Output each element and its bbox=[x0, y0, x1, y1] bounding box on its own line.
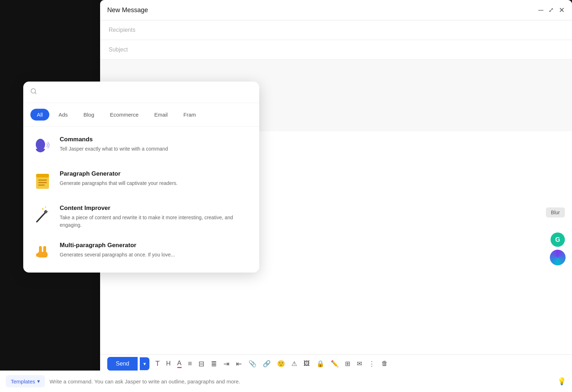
templates-popup: All Ads Blog Ecommerce Email Fram Com bbox=[23, 82, 259, 273]
content-improver-content: Content Improver Take a piece of content… bbox=[60, 205, 251, 229]
jasper-icon[interactable] bbox=[550, 250, 566, 265]
send-button[interactable]: Send bbox=[107, 357, 138, 371]
emoji-icon[interactable]: 🙂 bbox=[277, 360, 285, 368]
template-item-commands[interactable]: Commands Tell Jasper exactly what to wri… bbox=[23, 129, 259, 164]
svg-text:✦: ✦ bbox=[41, 207, 44, 211]
grammarly-icon[interactable]: G bbox=[551, 232, 565, 247]
svg-line-11 bbox=[37, 212, 45, 222]
commands-desc: Tell Jasper exactly what to write with a… bbox=[60, 145, 251, 153]
svg-text:✦: ✦ bbox=[44, 206, 47, 209]
multi-paragraph-title: Multi-paragraph Generator bbox=[60, 242, 251, 249]
email-header: New Message ─ ⤢ ✕ bbox=[100, 0, 572, 20]
mail-icon[interactable]: ✉ bbox=[357, 360, 362, 368]
template-item-paragraph[interactable]: Paragraph Generator Generate paragraphs … bbox=[23, 164, 259, 198]
list-icon[interactable]: ⊟ bbox=[198, 359, 204, 368]
category-all[interactable]: All bbox=[30, 109, 49, 121]
category-ecommerce[interactable]: Ecommerce bbox=[104, 109, 145, 121]
lock-icon[interactable]: 🔒 bbox=[316, 360, 324, 368]
templates-label: Templates bbox=[11, 378, 35, 384]
align-icon[interactable]: ≡ bbox=[188, 359, 192, 368]
indent-icon[interactable]: ⇥ bbox=[223, 359, 230, 368]
paragraph-title: Paragraph Generator bbox=[60, 170, 251, 177]
formatting-toolbar: T H A ≡ ⊟ ≣ ⇥ ⇤ 📎 🔗 🙂 ⚠ 🖼 🔒 ✏️ ⊞ ✉ ⋮ 🗑 bbox=[155, 359, 388, 368]
format-text-icon[interactable]: T bbox=[155, 359, 159, 368]
subject-field[interactable]: Subject bbox=[100, 40, 572, 60]
multi-paragraph-icon bbox=[32, 242, 53, 263]
table-icon[interactable]: ⊞ bbox=[345, 360, 350, 368]
numbered-list-icon[interactable]: ≣ bbox=[211, 359, 217, 368]
attachment-icon[interactable]: 📎 bbox=[248, 360, 256, 368]
commands-icon bbox=[32, 136, 53, 157]
category-email[interactable]: Email bbox=[148, 109, 174, 121]
recipients-field[interactable]: Recipients bbox=[100, 20, 572, 40]
popup-search-bar bbox=[23, 82, 259, 103]
warning-icon[interactable]: ⚠ bbox=[291, 360, 297, 368]
content-improver-desc: Take a piece of content and rewrite it t… bbox=[60, 214, 251, 229]
email-toolbar: Send ▾ T H A ≡ ⊟ ≣ ⇥ ⇤ 📎 🔗 🙂 ⚠ 🖼 🔒 ✏️ ⊞ … bbox=[100, 354, 572, 372]
paragraph-content: Paragraph Generator Generate paragraphs … bbox=[60, 170, 251, 187]
blur-badge[interactable]: Blur bbox=[546, 207, 565, 217]
template-item-content-improver[interactable]: ✦ ✦ ✦ Content Improver Take a piece of c… bbox=[23, 198, 259, 235]
chevron-down-icon: ▾ bbox=[37, 378, 40, 384]
svg-line-1 bbox=[35, 93, 36, 94]
templates-button[interactable]: Templates ▾ bbox=[6, 375, 45, 387]
text-color-icon[interactable]: A bbox=[177, 359, 182, 368]
close-button[interactable]: ✕ bbox=[559, 6, 565, 14]
category-fram[interactable]: Fram bbox=[177, 109, 202, 121]
more-options-icon[interactable]: ⋮ bbox=[369, 360, 375, 368]
outdent-icon[interactable]: ⇤ bbox=[236, 359, 242, 368]
svg-rect-6 bbox=[38, 182, 47, 183]
edit-icon[interactable]: ✏️ bbox=[331, 360, 339, 368]
commands-content: Commands Tell Jasper exactly what to wri… bbox=[60, 136, 251, 153]
templates-command-bar: Templates ▾ 💡 bbox=[0, 371, 572, 392]
image-icon[interactable]: 🖼 bbox=[304, 360, 310, 367]
multi-paragraph-content: Multi-paragraph Generator Generates seve… bbox=[60, 242, 251, 259]
category-tabs: All Ads Blog Ecommerce Email Fram bbox=[23, 103, 259, 127]
svg-rect-7 bbox=[38, 185, 45, 186]
bold-icon[interactable]: H bbox=[166, 360, 171, 367]
expand-button[interactable]: ⤢ bbox=[548, 6, 554, 14]
search-icon bbox=[30, 88, 37, 96]
link-icon[interactable]: 🔗 bbox=[263, 360, 271, 368]
svg-point-2 bbox=[36, 139, 45, 150]
minimize-button[interactable]: ─ bbox=[538, 6, 543, 14]
window-controls: ─ ⤢ ✕ bbox=[538, 6, 565, 14]
popup-search-input[interactable] bbox=[40, 89, 252, 95]
lightbulb-icon[interactable]: 💡 bbox=[557, 377, 566, 386]
category-blog[interactable]: Blog bbox=[77, 109, 101, 121]
paragraph-desc: Generate paragraphs that will captivate … bbox=[60, 180, 251, 187]
template-item-multi-paragraph[interactable]: Multi-paragraph Generator Generates seve… bbox=[23, 235, 259, 270]
compose-title: New Message bbox=[107, 6, 148, 14]
svg-rect-16 bbox=[36, 253, 39, 257]
template-items-list: Commands Tell Jasper exactly what to wri… bbox=[23, 127, 259, 273]
multi-paragraph-desc: Generates several paragraphs at once. If… bbox=[60, 251, 251, 259]
commands-title: Commands bbox=[60, 136, 251, 143]
paragraph-icon bbox=[32, 170, 53, 192]
send-dropdown-button[interactable]: ▾ bbox=[140, 357, 149, 370]
svg-rect-15 bbox=[38, 252, 48, 258]
content-improver-title: Content Improver bbox=[60, 205, 251, 212]
svg-rect-5 bbox=[38, 180, 47, 181]
category-ads[interactable]: Ads bbox=[52, 109, 74, 121]
svg-rect-4 bbox=[36, 174, 49, 177]
content-improver-icon: ✦ ✦ ✦ bbox=[32, 205, 53, 226]
command-input[interactable] bbox=[49, 378, 553, 384]
delete-icon[interactable]: 🗑 bbox=[381, 360, 388, 367]
